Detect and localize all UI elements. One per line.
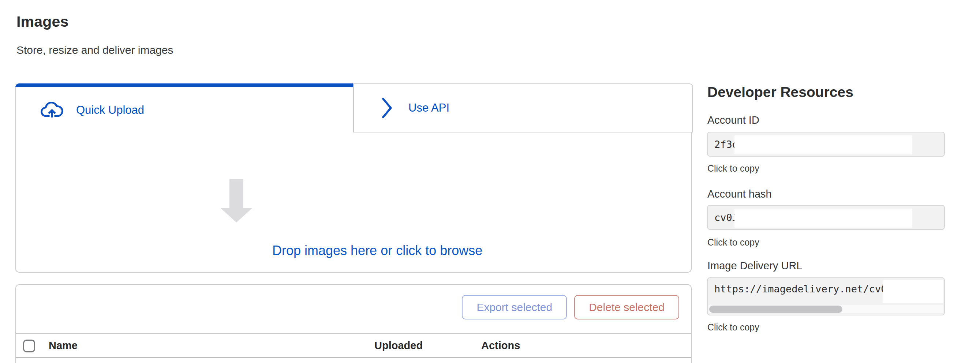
redaction-overlay (735, 209, 912, 228)
bulk-actions-row: Export selected Delete selected (462, 295, 679, 320)
chevron-right-icon (381, 97, 393, 119)
cloud-upload-icon (40, 101, 64, 119)
account-id-label: Account ID (707, 114, 759, 126)
tab-use-api[interactable]: Use API (353, 83, 693, 132)
down-arrow-icon (220, 179, 253, 223)
tab-quick-upload[interactable]: Quick Upload (40, 97, 144, 123)
page-subtitle: Store, resize and deliver images (16, 44, 173, 56)
delete-selected-button[interactable]: Delete selected (574, 295, 679, 320)
active-tab-indicator (15, 83, 354, 87)
upload-card: Quick Upload Use API Drop images here or… (15, 83, 692, 272)
image-list-card: Export selected Delete selected Name Upl… (15, 284, 692, 363)
account-id-field[interactable]: 2f3d (707, 132, 945, 157)
redaction-overlay (735, 135, 912, 154)
account-hash-field[interactable]: cv0J (707, 205, 945, 230)
delivery-url-label: Image Delivery URL (707, 260, 802, 272)
column-header-actions: Actions (481, 339, 520, 352)
account-hash-label: Account hash (707, 188, 772, 200)
account-hash-copy-hint[interactable]: Click to copy (707, 237, 759, 248)
account-id-copy-hint[interactable]: Click to copy (707, 163, 759, 174)
delivery-url-value: https://imagedelivery.net/cv0JSj (714, 283, 905, 295)
table-header-row: Name Uploaded Actions (16, 333, 691, 358)
column-header-name: Name (49, 339, 78, 352)
dropzone-label: Drop images here or click to browse (272, 243, 482, 258)
page-title: Images (16, 13, 69, 30)
tab-quick-upload-label: Quick Upload (76, 103, 144, 117)
developer-resources-title: Developer Resources (707, 84, 853, 100)
scrollbar-thumb[interactable] (709, 306, 842, 313)
tab-use-api-label: Use API (408, 101, 449, 115)
select-all-checkbox[interactable] (23, 339, 35, 352)
delivery-url-field[interactable]: https://imagedelivery.net/cv0JSj (707, 277, 945, 315)
export-selected-button[interactable]: Export selected (462, 295, 567, 320)
column-header-uploaded: Uploaded (374, 339, 423, 352)
image-dropzone[interactable]: Drop images here or click to browse (16, 132, 691, 272)
horizontal-scrollbar (708, 305, 943, 313)
delivery-url-copy-hint[interactable]: Click to copy (707, 322, 759, 333)
redaction-overlay (883, 280, 943, 303)
